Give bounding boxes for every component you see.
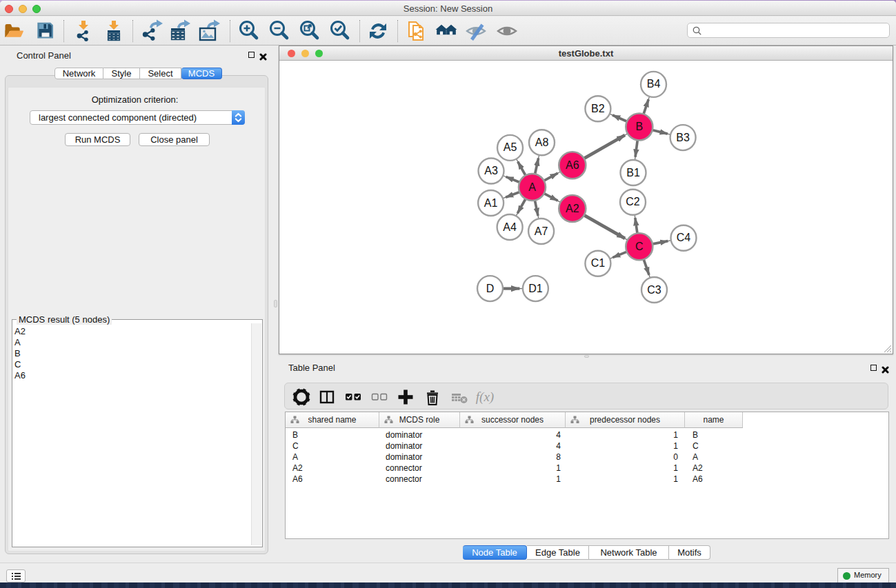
svg-text:A7: A7 xyxy=(535,225,548,237)
svg-text:A: A xyxy=(528,181,536,193)
svg-text:A8: A8 xyxy=(535,136,549,148)
svg-text:A4: A4 xyxy=(503,221,517,233)
svg-text:A3: A3 xyxy=(484,165,498,176)
svg-text:A1: A1 xyxy=(484,197,498,209)
svg-text:B3: B3 xyxy=(676,132,690,143)
svg-text:B2: B2 xyxy=(591,103,605,114)
svg-text:f(x): f(x) xyxy=(476,389,494,405)
svg-text:C1: C1 xyxy=(591,257,606,269)
svg-text:C2: C2 xyxy=(626,196,640,207)
svg-text:C3: C3 xyxy=(647,284,661,296)
svg-text:B1: B1 xyxy=(626,167,640,179)
svg-text:A6: A6 xyxy=(566,159,579,171)
svg-text:B: B xyxy=(635,121,643,132)
svg-text:C: C xyxy=(635,241,644,252)
svg-text:A2: A2 xyxy=(566,203,579,214)
svg-text:D: D xyxy=(486,283,495,294)
svg-text:A5: A5 xyxy=(504,141,517,153)
svg-text:B4: B4 xyxy=(647,78,661,90)
svg-text:C4: C4 xyxy=(677,232,691,243)
svg-text:D1: D1 xyxy=(528,283,543,294)
